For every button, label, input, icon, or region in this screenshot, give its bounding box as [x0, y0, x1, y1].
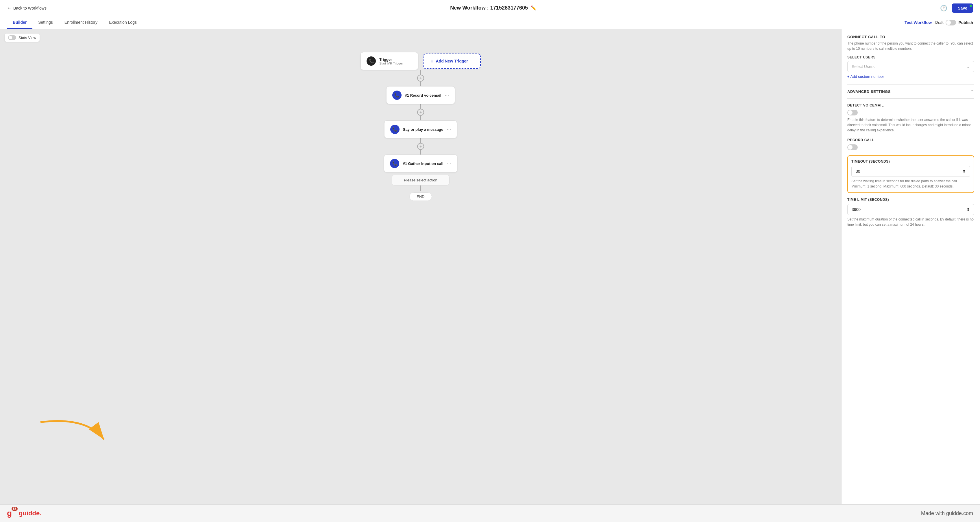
add-node-1[interactable]: + — [417, 75, 424, 81]
add-custom-number[interactable]: + Add custom number — [847, 74, 974, 79]
back-button[interactable]: ← Back to Workflows — [7, 5, 46, 11]
workflow-title: New Workflow : 1715283177605 ✏️ — [450, 5, 536, 11]
back-arrow-icon: ← — [7, 5, 11, 11]
timeout-section: TIMEOUT (SECONDS) 30 ⬍ Set the waiting t… — [847, 155, 974, 193]
detect-voicemail-desc: Enable this feature to determine whether… — [847, 117, 974, 133]
record-call-toggle[interactable] — [847, 144, 858, 150]
flow-container: 📞 Trigger Start IVR Trigger + Add New Tr… — [0, 29, 841, 201]
add-trigger-label: Add New Trigger — [436, 59, 468, 63]
timeout-desc: Set the waiting time in seconds for the … — [851, 179, 970, 189]
time-limit-arrows-icon: ⬍ — [966, 207, 970, 212]
connector-1: + — [417, 70, 424, 86]
record-voicemail-text: #1 Record voicemail — [405, 93, 441, 97]
connector-2: + — [417, 104, 424, 120]
time-limit-input[interactable]: 3600 ⬍ — [847, 204, 974, 215]
tab-right-actions: Test Workflow Draft Publish — [905, 20, 973, 26]
select-users-label: SELECT USERS — [847, 55, 974, 59]
trigger-sub: Start IVR Trigger — [379, 62, 403, 65]
connector-3: + — [417, 138, 424, 155]
record-voicemail-icon: 📞 — [392, 91, 401, 100]
guidde-text: guidde. — [19, 509, 41, 517]
tab-execution-logs[interactable]: Execution Logs — [103, 16, 143, 29]
top-nav: ← Back to Workflows New Workflow : 17152… — [0, 0, 980, 16]
advanced-settings-chevron-icon: ⌃ — [970, 89, 974, 94]
record-voicemail-label: #1 Record voicemail — [405, 93, 441, 97]
guidde-g-icon: g — [7, 509, 12, 518]
save-button[interactable]: Save — [952, 3, 973, 13]
add-node-2[interactable]: + — [417, 109, 424, 116]
workflow-canvas[interactable]: Stats View 📞 Trigger Start IVR Trigger +… — [0, 29, 841, 504]
publish-button[interactable]: Publish — [958, 20, 973, 25]
time-limit-label: TIME LIMIT (SECONDS) — [847, 198, 974, 202]
say-play-menu[interactable]: ··· — [447, 126, 451, 132]
guidde-logo: g 53 guidde. — [7, 509, 41, 518]
stats-toggle-switch[interactable] — [8, 35, 16, 40]
trigger-icon: 📞 — [367, 56, 376, 66]
record-voicemail-menu[interactable]: ··· — [445, 92, 449, 98]
advanced-settings-header[interactable]: ADVANCED SETTINGS ⌃ — [847, 85, 974, 99]
tabs: Builder Settings Enrollment History Exec… — [7, 16, 143, 28]
yellow-arrow-annotation — [29, 410, 116, 469]
trigger-node[interactable]: 📞 Trigger Start IVR Trigger — [361, 52, 418, 70]
timeout-value: 30 — [856, 169, 860, 174]
advanced-settings-title: ADVANCED SETTINGS — [847, 89, 891, 94]
right-panel: CONNECT CALL TO The phone number of the … — [841, 29, 980, 504]
draft-toggle-switch[interactable] — [946, 20, 956, 26]
back-label: Back to Workflows — [13, 6, 46, 10]
timeout-arrows-icon: ⬍ — [963, 169, 966, 174]
connector-line-5 — [420, 138, 421, 143]
end-node: END — [409, 192, 432, 201]
connect-call-to-desc: The phone number of the person you want … — [847, 41, 974, 51]
gather-input-label: #1 Gather Input on call — [403, 161, 443, 166]
bottom-bar: g 53 guidde. Made with guidde.com — [0, 504, 980, 522]
record-call-setting: RECORD CALL — [847, 138, 974, 150]
gather-input-menu[interactable]: ··· — [447, 161, 451, 167]
connector-line-4 — [420, 116, 421, 120]
record-call-label: RECORD CALL — [847, 138, 974, 142]
tab-settings[interactable]: Settings — [32, 16, 59, 29]
trigger-row: 📞 Trigger Start IVR Trigger + Add New Tr… — [361, 52, 481, 70]
tab-enrollment-history[interactable]: Enrollment History — [59, 16, 103, 29]
say-play-icon: 📞 — [390, 125, 399, 134]
time-limit-section: TIME LIMIT (SECONDS) 3600 ⬍ Set the maxi… — [847, 198, 974, 227]
tab-builder[interactable]: Builder — [7, 16, 32, 29]
connector-line-2 — [420, 81, 421, 86]
time-limit-desc: Set the maximum duration of the connecte… — [847, 217, 974, 227]
stats-view-label: Stats View — [19, 35, 36, 40]
connect-call-to-title: CONNECT CALL TO — [847, 35, 974, 39]
history-icon[interactable]: 🕐 — [940, 5, 947, 11]
draft-toggle-group: Draft Publish — [935, 20, 973, 26]
gather-input-text: #1 Gather Input on call — [403, 161, 443, 166]
say-play-text: Say or play a message — [403, 127, 443, 132]
gather-input-node[interactable]: 📞 #1 Gather Input on call ··· — [384, 155, 457, 172]
select-users-dropdown[interactable]: Select Users ⌄ — [847, 61, 974, 72]
connector-line-6 — [420, 150, 421, 155]
detect-voicemail-toggle[interactable] — [847, 110, 858, 115]
trigger-label: Trigger — [379, 57, 403, 62]
detect-voicemail-label: DETECT VOICEMAIL — [847, 103, 974, 107]
connector-line-1 — [420, 70, 421, 75]
add-trigger-plus-icon: + — [430, 58, 434, 64]
select-users-placeholder: Select Users — [852, 64, 875, 69]
test-workflow-button[interactable]: Test Workflow — [905, 20, 932, 25]
notification-badge: 53 — [11, 507, 18, 511]
detect-voicemail-setting: DETECT VOICEMAIL Enable this feature to … — [847, 103, 974, 133]
dropdown-arrow-icon: ⌄ — [966, 64, 970, 69]
record-voicemail-node[interactable]: 📞 #1 Record voicemail ··· — [386, 86, 455, 104]
edit-icon[interactable]: ✏️ — [531, 5, 536, 11]
draft-label: Draft — [935, 20, 943, 25]
stats-view-toggle[interactable]: Stats View — [5, 34, 40, 42]
connector-line-3 — [420, 104, 421, 109]
select-action-container: Please select action — [392, 175, 450, 185]
timeout-label: TIMEOUT (SECONDS) — [851, 160, 970, 163]
add-trigger-node[interactable]: + Add New Trigger — [423, 54, 481, 69]
add-node-3[interactable]: + — [417, 143, 424, 150]
made-with-text: Made with guidde.com — [921, 511, 973, 517]
nav-right: 🕐 Save — [940, 3, 973, 13]
select-action-node[interactable]: Please select action — [392, 175, 450, 185]
time-limit-value: 3600 — [852, 207, 861, 212]
connector-end — [420, 185, 421, 191]
timeout-input[interactable]: 30 ⬍ — [851, 166, 970, 177]
guidde-logo-icon: g 53 — [7, 509, 12, 518]
say-play-message-node[interactable]: 📞 Say or play a message ··· — [384, 120, 457, 138]
